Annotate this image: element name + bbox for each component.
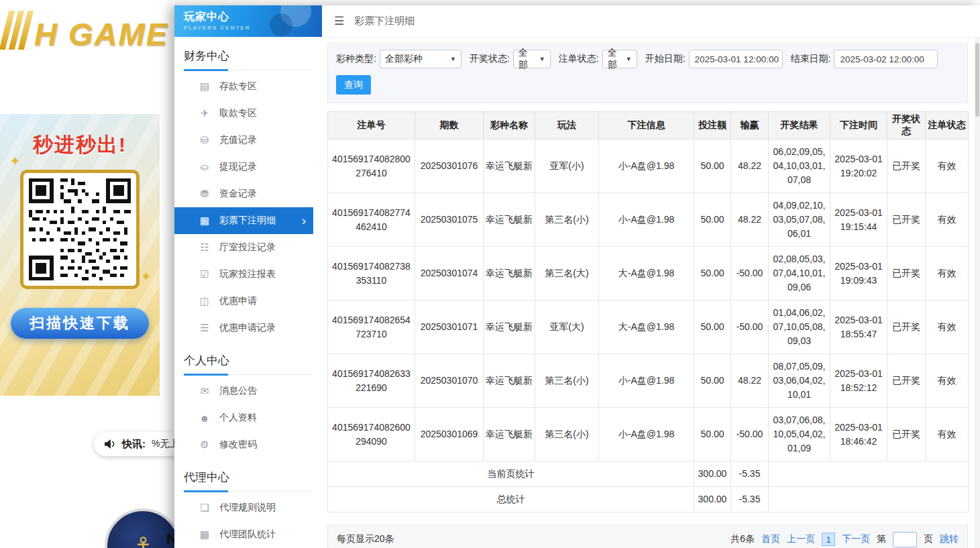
table-cell: 08,07,05,09,03,06,04,02,10,01 [769,354,830,408]
bets-table: 注单号期数彩种名称玩法下注信息投注额输赢开奖结果下注时间开奖状态注单状态 401… [327,111,969,512]
summary-empty [769,461,969,487]
column-header: 开奖结果 [769,112,830,140]
sidebar-item[interactable]: ✉消息公告 [174,378,313,404]
sidebar-item-label: 充值记录 [219,134,257,146]
table-cell: 02,08,05,03,07,04,10,01,09,06 [769,247,830,300]
table-cell: 20250301076 [415,140,484,193]
table-cell: 有效 [926,408,969,461]
summary-label: 总统计 [328,487,694,512]
search-button[interactable]: 查询 [336,75,371,95]
sidebar-item[interactable]: ⛃资金记录 [174,180,313,207]
chevron-down-icon: ▼ [450,56,456,62]
end-date-label: 结束日期: [791,53,831,65]
column-header: 开奖状态 [887,112,926,140]
sidebar-item[interactable]: ☻个人资料 [174,404,313,431]
table-cell: 20250301071 [415,300,484,354]
table-cell: 401569174082633221690 [328,354,415,408]
ticker-label: 快讯: [122,438,146,451]
scrollbar[interactable] [975,38,980,548]
lottery-type-select[interactable]: 全部彩种▼ [380,50,461,68]
withdrawal-record-icon: ⛀ [199,161,211,173]
summary-bet-total: 300.00 [694,461,731,487]
table-cell: 有效 [926,193,969,247]
sidebar-item[interactable]: ⛁充值记录 [174,127,313,154]
table-cell: 已开奖 [887,140,926,193]
sidebar-item[interactable]: ❏代理规则说明 [174,494,313,521]
sidebar-item[interactable]: ⚙修改密码 [174,431,313,458]
start-date-input[interactable]: 2025-03-01 12:00:00 [689,50,783,68]
table-cell: 幸运飞艇新 [484,193,535,247]
table-cell: 有效 [926,354,969,408]
profile-icon: ☻ [199,413,211,424]
menu-toggle-icon[interactable]: ☰ [334,14,344,28]
sidebar-item-label: 代理规则说明 [219,502,276,514]
table-cell: 2025-03-01 18:55:47 [830,300,887,354]
sidebar-item-label: 彩票下注明细 [219,215,276,227]
promo-apply-record-icon: ☰ [199,322,211,334]
end-date-input[interactable]: 2025-03-02 12:00:00 [834,50,938,68]
table-cell: 2025-03-01 18:46:42 [830,408,887,461]
sidebar-item[interactable]: ☑玩家投注报表 [174,261,313,288]
column-header: 下注信息 [599,112,694,140]
table-row: 40156917408260029409020250301069幸运飞艇新第三名… [328,408,969,461]
withdraw-icon: ✈ [199,107,211,119]
scan-download-button[interactable]: 扫描快速下载 [11,308,149,339]
table-cell: 20250301074 [415,247,484,300]
table-cell: 已开奖 [887,354,926,408]
summary-row: 当前页统计300.00-5.35 [328,461,969,487]
order-status-label: 注单状态: [559,53,599,65]
next-page-link[interactable]: 下一页 [842,533,870,545]
table-cell: 亚军(大) [535,300,599,354]
start-date-label: 开始日期: [645,53,686,65]
jump-button[interactable]: 跳转 [940,533,959,545]
draw-status-select[interactable]: 全部▼ [513,50,551,68]
anchor-icon: ⚓ [131,532,154,548]
sidebar-item[interactable]: ✈取款专区 [174,100,313,127]
sidebar-item[interactable]: ▤存款专区 [174,73,313,100]
table-cell: 48.22 [731,193,769,247]
table-cell: -50.00 [731,408,769,461]
table-cell: 06,02,09,05,04,10,03,01,07,08 [769,140,830,193]
sidebar-item[interactable]: ☰优惠申请记录 [174,315,313,341]
lottery-type-label: 彩种类型: [336,53,376,65]
current-page-indicator[interactable]: 1 [822,533,835,546]
pagination-bar: 每页显示20条 共6条 首页 上一页 1 下一页 第 页 跳转 [327,525,968,548]
sidebar-item[interactable]: ◫优惠申请 [174,288,313,315]
table-cell: 50.00 [694,408,731,461]
table-cell: 小-A盘@1.98 [599,140,694,193]
players-center-modal: 玩家中心 PLAYERS CENTER 财务中心▤存款专区✈取款专区⛁充值记录⛀… [174,5,980,548]
first-page-link[interactable]: 首页 [761,533,780,545]
page-size-text: 每页显示20条 [337,533,394,545]
sidebar-item[interactable]: ☷厅室投注记录 [174,234,313,261]
summary-label: 当前页统计 [328,461,694,487]
order-status-select[interactable]: 全部▼ [602,50,637,68]
scrollbar-thumb[interactable] [975,43,979,117]
summary-empty [769,487,969,512]
table-cell: -50.00 [731,300,769,354]
table-cell: 第三名(小) [535,408,599,461]
sidebar-item[interactable]: ▦代理团队统计 [174,521,313,548]
filter-bar: 彩种类型: 全部彩种▼ 开奖状态: 全部▼ 注单状态: [327,43,968,103]
table-cell: 04,09,02,10,03,05,07,08,06,01 [769,193,830,247]
table-cell: 第三名(大) [535,247,599,300]
sidebar-item-label: 优惠申请 [219,295,257,307]
total-count-text: 共6条 [730,533,755,545]
table-row: 40156917408277446241020250301075幸运飞艇新第三名… [328,193,969,247]
jump-prefix-label: 第 [877,533,886,545]
table-cell: 03,07,06,08,10,05,04,02,01,09 [769,408,830,461]
chevron-right-icon: › [302,214,306,228]
table-cell: 50.00 [694,354,731,408]
sidebar-item[interactable]: ▦彩票下注明细› [174,207,313,234]
page-jump-input[interactable] [893,532,917,547]
column-header: 注单号 [328,112,415,140]
column-header: 彩种名称 [484,112,535,140]
prev-page-link[interactable]: 上一页 [787,533,815,545]
sidebar-item[interactable]: ⛀提现记录 [174,154,313,180]
table-cell: 已开奖 [887,300,926,354]
page-title: 彩票下注明细 [354,15,415,28]
draw-status-label: 开奖状态: [470,53,510,65]
column-header: 注单状态 [926,112,969,140]
promo-banner: ✦ ✦ 秒进秒出! 扫描快速下载 [0,114,160,396]
table-cell: 20250301075 [415,193,484,247]
agent-team-stats-icon: ▦ [199,529,211,541]
